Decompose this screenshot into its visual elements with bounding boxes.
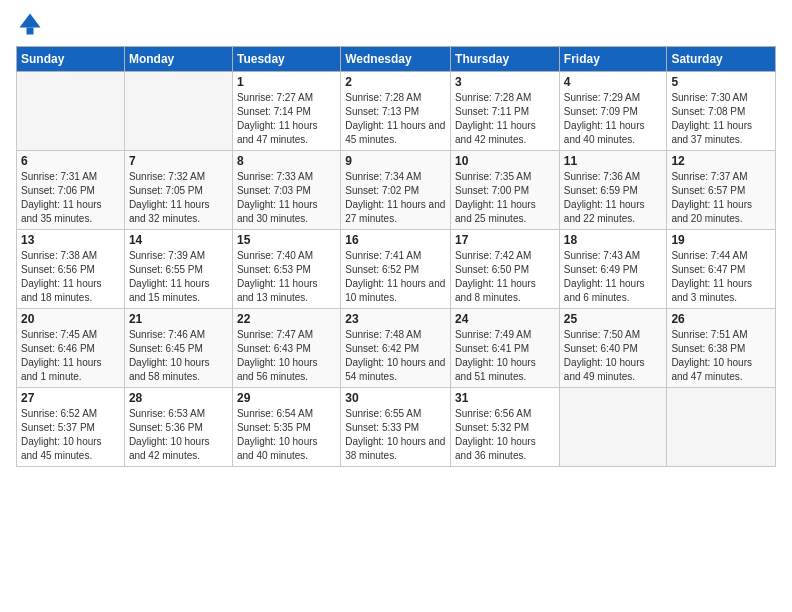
day-info: Sunrise: 7:30 AM Sunset: 7:08 PM Dayligh… bbox=[671, 91, 771, 147]
day-info: Sunrise: 7:27 AM Sunset: 7:14 PM Dayligh… bbox=[237, 91, 336, 147]
calendar-cell: 16Sunrise: 7:41 AM Sunset: 6:52 PM Dayli… bbox=[341, 230, 451, 309]
day-number: 12 bbox=[671, 154, 771, 168]
day-number: 24 bbox=[455, 312, 555, 326]
calendar-cell: 20Sunrise: 7:45 AM Sunset: 6:46 PM Dayli… bbox=[17, 309, 125, 388]
weekday-header-monday: Monday bbox=[124, 47, 232, 72]
calendar-cell: 29Sunrise: 6:54 AM Sunset: 5:35 PM Dayli… bbox=[232, 388, 340, 467]
day-info: Sunrise: 7:28 AM Sunset: 7:11 PM Dayligh… bbox=[455, 91, 555, 147]
calendar-cell: 7Sunrise: 7:32 AM Sunset: 7:05 PM Daylig… bbox=[124, 151, 232, 230]
day-number: 28 bbox=[129, 391, 228, 405]
day-info: Sunrise: 7:39 AM Sunset: 6:55 PM Dayligh… bbox=[129, 249, 228, 305]
header bbox=[16, 10, 776, 38]
day-number: 18 bbox=[564, 233, 663, 247]
day-info: Sunrise: 7:51 AM Sunset: 6:38 PM Dayligh… bbox=[671, 328, 771, 384]
calendar-cell: 22Sunrise: 7:47 AM Sunset: 6:43 PM Dayli… bbox=[232, 309, 340, 388]
calendar-cell: 17Sunrise: 7:42 AM Sunset: 6:50 PM Dayli… bbox=[451, 230, 560, 309]
day-info: Sunrise: 7:49 AM Sunset: 6:41 PM Dayligh… bbox=[455, 328, 555, 384]
weekday-header-wednesday: Wednesday bbox=[341, 47, 451, 72]
week-row-5: 27Sunrise: 6:52 AM Sunset: 5:37 PM Dayli… bbox=[17, 388, 776, 467]
day-number: 13 bbox=[21, 233, 120, 247]
calendar-cell: 9Sunrise: 7:34 AM Sunset: 7:02 PM Daylig… bbox=[341, 151, 451, 230]
day-info: Sunrise: 7:37 AM Sunset: 6:57 PM Dayligh… bbox=[671, 170, 771, 226]
calendar-cell: 28Sunrise: 6:53 AM Sunset: 5:36 PM Dayli… bbox=[124, 388, 232, 467]
calendar-cell: 25Sunrise: 7:50 AM Sunset: 6:40 PM Dayli… bbox=[559, 309, 667, 388]
day-number: 17 bbox=[455, 233, 555, 247]
day-number: 1 bbox=[237, 75, 336, 89]
day-info: Sunrise: 7:42 AM Sunset: 6:50 PM Dayligh… bbox=[455, 249, 555, 305]
week-row-1: 1Sunrise: 7:27 AM Sunset: 7:14 PM Daylig… bbox=[17, 72, 776, 151]
day-number: 2 bbox=[345, 75, 446, 89]
calendar-cell bbox=[667, 388, 776, 467]
day-number: 31 bbox=[455, 391, 555, 405]
day-info: Sunrise: 6:52 AM Sunset: 5:37 PM Dayligh… bbox=[21, 407, 120, 463]
calendar-cell: 1Sunrise: 7:27 AM Sunset: 7:14 PM Daylig… bbox=[232, 72, 340, 151]
day-number: 27 bbox=[21, 391, 120, 405]
day-info: Sunrise: 7:28 AM Sunset: 7:13 PM Dayligh… bbox=[345, 91, 446, 147]
weekday-header-friday: Friday bbox=[559, 47, 667, 72]
weekday-header-tuesday: Tuesday bbox=[232, 47, 340, 72]
day-number: 3 bbox=[455, 75, 555, 89]
logo bbox=[16, 10, 48, 38]
day-number: 23 bbox=[345, 312, 446, 326]
day-number: 20 bbox=[21, 312, 120, 326]
day-number: 15 bbox=[237, 233, 336, 247]
calendar-cell: 19Sunrise: 7:44 AM Sunset: 6:47 PM Dayli… bbox=[667, 230, 776, 309]
calendar-cell: 3Sunrise: 7:28 AM Sunset: 7:11 PM Daylig… bbox=[451, 72, 560, 151]
calendar-cell: 10Sunrise: 7:35 AM Sunset: 7:00 PM Dayli… bbox=[451, 151, 560, 230]
calendar-cell: 30Sunrise: 6:55 AM Sunset: 5:33 PM Dayli… bbox=[341, 388, 451, 467]
day-info: Sunrise: 7:41 AM Sunset: 6:52 PM Dayligh… bbox=[345, 249, 446, 305]
day-number: 6 bbox=[21, 154, 120, 168]
calendar-cell: 12Sunrise: 7:37 AM Sunset: 6:57 PM Dayli… bbox=[667, 151, 776, 230]
day-info: Sunrise: 6:53 AM Sunset: 5:36 PM Dayligh… bbox=[129, 407, 228, 463]
day-info: Sunrise: 7:40 AM Sunset: 6:53 PM Dayligh… bbox=[237, 249, 336, 305]
day-info: Sunrise: 7:46 AM Sunset: 6:45 PM Dayligh… bbox=[129, 328, 228, 384]
calendar-table: SundayMondayTuesdayWednesdayThursdayFrid… bbox=[16, 46, 776, 467]
day-number: 8 bbox=[237, 154, 336, 168]
day-info: Sunrise: 7:44 AM Sunset: 6:47 PM Dayligh… bbox=[671, 249, 771, 305]
day-number: 30 bbox=[345, 391, 446, 405]
day-number: 9 bbox=[345, 154, 446, 168]
weekday-header-saturday: Saturday bbox=[667, 47, 776, 72]
calendar-cell: 15Sunrise: 7:40 AM Sunset: 6:53 PM Dayli… bbox=[232, 230, 340, 309]
day-number: 10 bbox=[455, 154, 555, 168]
calendar-cell: 4Sunrise: 7:29 AM Sunset: 7:09 PM Daylig… bbox=[559, 72, 667, 151]
day-number: 4 bbox=[564, 75, 663, 89]
svg-marker-0 bbox=[20, 14, 41, 28]
calendar-cell: 11Sunrise: 7:36 AM Sunset: 6:59 PM Dayli… bbox=[559, 151, 667, 230]
day-number: 5 bbox=[671, 75, 771, 89]
day-info: Sunrise: 7:50 AM Sunset: 6:40 PM Dayligh… bbox=[564, 328, 663, 384]
calendar-cell: 8Sunrise: 7:33 AM Sunset: 7:03 PM Daylig… bbox=[232, 151, 340, 230]
day-info: Sunrise: 7:36 AM Sunset: 6:59 PM Dayligh… bbox=[564, 170, 663, 226]
day-number: 11 bbox=[564, 154, 663, 168]
calendar-cell: 2Sunrise: 7:28 AM Sunset: 7:13 PM Daylig… bbox=[341, 72, 451, 151]
logo-icon bbox=[16, 10, 44, 38]
calendar-cell: 5Sunrise: 7:30 AM Sunset: 7:08 PM Daylig… bbox=[667, 72, 776, 151]
day-info: Sunrise: 7:43 AM Sunset: 6:49 PM Dayligh… bbox=[564, 249, 663, 305]
calendar-cell: 18Sunrise: 7:43 AM Sunset: 6:49 PM Dayli… bbox=[559, 230, 667, 309]
day-info: Sunrise: 7:48 AM Sunset: 6:42 PM Dayligh… bbox=[345, 328, 446, 384]
day-number: 21 bbox=[129, 312, 228, 326]
day-info: Sunrise: 7:29 AM Sunset: 7:09 PM Dayligh… bbox=[564, 91, 663, 147]
day-number: 16 bbox=[345, 233, 446, 247]
day-number: 29 bbox=[237, 391, 336, 405]
calendar-cell bbox=[17, 72, 125, 151]
weekday-header-thursday: Thursday bbox=[451, 47, 560, 72]
day-number: 14 bbox=[129, 233, 228, 247]
calendar-cell: 14Sunrise: 7:39 AM Sunset: 6:55 PM Dayli… bbox=[124, 230, 232, 309]
day-number: 19 bbox=[671, 233, 771, 247]
calendar-cell: 26Sunrise: 7:51 AM Sunset: 6:38 PM Dayli… bbox=[667, 309, 776, 388]
calendar-cell bbox=[124, 72, 232, 151]
day-info: Sunrise: 7:45 AM Sunset: 6:46 PM Dayligh… bbox=[21, 328, 120, 384]
calendar-cell: 27Sunrise: 6:52 AM Sunset: 5:37 PM Dayli… bbox=[17, 388, 125, 467]
week-row-2: 6Sunrise: 7:31 AM Sunset: 7:06 PM Daylig… bbox=[17, 151, 776, 230]
calendar-cell: 23Sunrise: 7:48 AM Sunset: 6:42 PM Dayli… bbox=[341, 309, 451, 388]
calendar-cell: 13Sunrise: 7:38 AM Sunset: 6:56 PM Dayli… bbox=[17, 230, 125, 309]
calendar-page: SundayMondayTuesdayWednesdayThursdayFrid… bbox=[0, 0, 792, 612]
calendar-cell: 24Sunrise: 7:49 AM Sunset: 6:41 PM Dayli… bbox=[451, 309, 560, 388]
day-info: Sunrise: 7:31 AM Sunset: 7:06 PM Dayligh… bbox=[21, 170, 120, 226]
week-row-3: 13Sunrise: 7:38 AM Sunset: 6:56 PM Dayli… bbox=[17, 230, 776, 309]
day-info: Sunrise: 6:54 AM Sunset: 5:35 PM Dayligh… bbox=[237, 407, 336, 463]
day-number: 26 bbox=[671, 312, 771, 326]
svg-rect-1 bbox=[27, 28, 34, 35]
day-info: Sunrise: 7:35 AM Sunset: 7:00 PM Dayligh… bbox=[455, 170, 555, 226]
